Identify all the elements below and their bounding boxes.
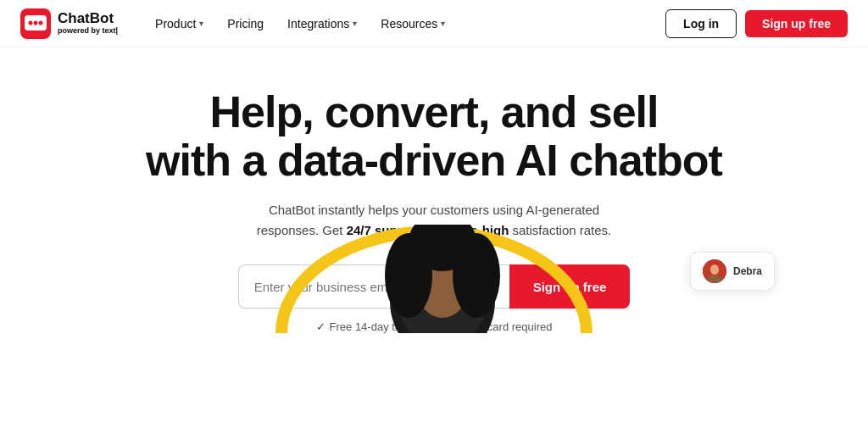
login-button[interactable]: Log in: [665, 9, 737, 38]
person-silhouette: [383, 225, 502, 333]
hero-image-area: Debra: [0, 223, 868, 333]
chevron-down-icon: ▾: [199, 19, 203, 28]
chat-avatar: [703, 259, 726, 283]
svg-point-13: [710, 264, 719, 275]
chevron-down-icon: ▾: [441, 19, 445, 28]
svg-point-4: [39, 20, 43, 25]
svg-point-3: [34, 20, 38, 25]
chat-name: Debra: [733, 265, 762, 277]
nav-item-pricing[interactable]: Pricing: [217, 10, 274, 37]
logo-powered-by: powered by text|: [58, 27, 118, 36]
nav-links: Product ▾ Pricing Integrations ▾ Resourc…: [145, 10, 665, 37]
chevron-down-icon: ▾: [353, 19, 357, 28]
nav-item-product[interactable]: Product ▾: [145, 10, 214, 37]
svg-point-2: [29, 20, 33, 25]
logo-name: ChatBot: [58, 11, 118, 27]
chat-bubble: Debra: [690, 252, 775, 291]
signup-nav-button[interactable]: Sign up free: [745, 10, 848, 37]
nav-item-resources[interactable]: Resources ▾: [370, 10, 455, 37]
navbar: ChatBot powered by text| Product ▾ Prici…: [0, 0, 868, 47]
logo[interactable]: ChatBot powered by text|: [20, 8, 118, 39]
nav-actions: Log in Sign up free: [665, 9, 848, 38]
chatbot-logo-icon: [20, 8, 51, 39]
hero-headline: Help, convert, and sell with a data-driv…: [146, 88, 722, 185]
hero-section: Help, convert, and sell with a data-driv…: [0, 47, 868, 333]
nav-item-integrations[interactable]: Integrations ▾: [277, 10, 367, 37]
